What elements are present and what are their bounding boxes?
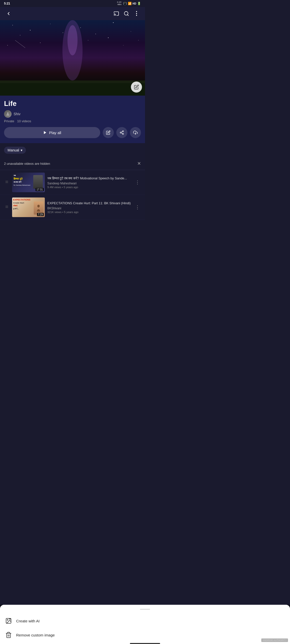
wifi-icon: 📶 xyxy=(128,2,132,5)
svg-point-24 xyxy=(7,112,9,114)
svg-rect-33 xyxy=(6,182,8,182)
sort-section: Manual ▾ xyxy=(0,143,145,157)
data-speed: 0.15↑ kB/s xyxy=(117,1,122,6)
svg-point-21 xyxy=(67,25,78,55)
hidden-notice-text: 2 unavailable videos are hidden xyxy=(4,162,50,166)
back-button[interactable] xyxy=(4,9,13,18)
svg-rect-34 xyxy=(6,183,8,183)
video-list: जब हिम्मत टूटे तब क्या करें? By Sandeep … xyxy=(0,170,145,220)
svg-point-16 xyxy=(123,45,123,45)
video-duration: 17:31 xyxy=(35,188,44,191)
video-more-button[interactable]: ⋮ xyxy=(134,204,141,211)
hidden-notice-close[interactable]: ✕ xyxy=(137,161,141,166)
svg-point-8 xyxy=(113,22,114,23)
svg-point-5 xyxy=(30,30,30,30)
more-icon: ⋮ xyxy=(134,10,139,17)
hero-image xyxy=(0,20,145,96)
playlist-title: Life xyxy=(4,100,141,108)
svg-line-29 xyxy=(121,133,122,134)
nav-right-icons: ⋮ xyxy=(112,9,141,18)
svg-rect-37 xyxy=(6,208,8,208)
video-item[interactable]: EXPECTATIONS Create Hurt अपेक्षाएं दुःख … xyxy=(0,195,145,220)
video-info: जब हिम्मत टूटे तब क्या करें? Motivationa… xyxy=(47,176,131,189)
svg-point-9 xyxy=(131,31,131,32)
svg-point-10 xyxy=(20,35,20,35)
svg-point-4 xyxy=(12,25,13,25)
thumb-text: जब हिम्मत टूटे तब क्या करें? By Sandeep … xyxy=(14,174,30,187)
video-thumbnail: जब हिम्मत टूटे तब क्या करें? By Sandeep … xyxy=(12,173,45,192)
status-time: 5:21 xyxy=(4,2,10,5)
svg-point-11 xyxy=(95,34,96,34)
video-more-button[interactable]: ⋮ xyxy=(134,179,141,186)
svg-point-14 xyxy=(40,43,41,43)
status-bar: 5:21 0.15↑ kB/s 📳 📶 HD 🔋 xyxy=(0,0,145,7)
svg-rect-32 xyxy=(6,181,8,181)
thumb-text: EXPECTATIONS Create Hurt अपेक्षाएं दुःख … xyxy=(13,198,30,210)
svg-rect-35 xyxy=(6,206,8,206)
hidden-notice: 2 unavailable videos are hidden ✕ xyxy=(0,157,145,170)
signal-icon: HD xyxy=(133,2,136,5)
battery-icon: 🔋 xyxy=(137,2,141,5)
edit-thumbnail-button[interactable] xyxy=(131,82,142,93)
share-playlist-button[interactable] xyxy=(116,127,127,138)
video-item[interactable]: जब हिम्मत टूटे तब क्या करें? By Sandeep … xyxy=(0,170,145,195)
play-all-label: Play all xyxy=(49,131,61,135)
playlist-meta: Private 10 videos xyxy=(4,119,141,123)
video-title: जब हिम्मत टूटे तब क्या करें? Motivationa… xyxy=(47,176,131,181)
vibrate-icon: 📳 xyxy=(123,2,127,5)
stars-background xyxy=(0,20,145,96)
svg-line-2 xyxy=(127,15,128,16)
edit-playlist-button[interactable] xyxy=(103,127,114,138)
svg-point-18 xyxy=(88,40,88,41)
action-row: Play all xyxy=(4,127,141,138)
video-info: EXPECTATIONS Create Hurt: Part 11: BK Sh… xyxy=(47,201,131,214)
video-duration: 7:29 xyxy=(37,213,44,216)
svg-point-7 xyxy=(80,27,81,28)
search-button[interactable] xyxy=(122,9,131,18)
visibility-label: Private xyxy=(4,119,14,123)
cast-button[interactable] xyxy=(112,9,121,18)
video-channel: Sandeep Maheshwari xyxy=(47,182,131,185)
download-playlist-button[interactable] xyxy=(130,127,141,138)
video-count-label: 10 videos xyxy=(17,119,31,123)
video-stats: 321K views • 5 years ago xyxy=(47,211,131,214)
playlist-info: Life Shiv Private 10 videos Play all xyxy=(0,96,145,143)
svg-rect-36 xyxy=(6,207,8,207)
svg-point-17 xyxy=(63,32,63,33)
status-icons: 0.15↑ kB/s 📳 📶 HD 🔋 xyxy=(117,1,141,6)
drag-handle xyxy=(4,180,10,185)
play-all-button[interactable]: Play all xyxy=(4,127,100,138)
svg-rect-23 xyxy=(0,83,145,96)
svg-marker-25 xyxy=(44,131,46,134)
video-title: EXPECTATIONS Create Hurt: Part 11: BK Sh… xyxy=(47,201,131,206)
sort-label: Manual xyxy=(8,148,19,152)
top-nav: ⋮ xyxy=(0,7,145,20)
channel-row: Shiv xyxy=(4,110,141,118)
svg-point-12 xyxy=(138,40,139,41)
svg-point-38 xyxy=(37,205,40,208)
video-thumbnail: EXPECTATIONS Create Hurt अपेक्षाएं दुःख … xyxy=(12,197,45,217)
drag-handle xyxy=(4,205,10,210)
sort-chevron: ▾ xyxy=(21,148,22,152)
video-channel: BKShivani xyxy=(47,207,131,210)
video-stats: 9.4M views • 5 years ago xyxy=(47,186,131,189)
svg-line-30 xyxy=(121,132,122,132)
more-button[interactable]: ⋮ xyxy=(132,9,141,18)
channel-name: Shiv xyxy=(14,112,20,116)
channel-avatar xyxy=(4,110,12,118)
sort-dropdown[interactable]: Manual ▾ xyxy=(4,147,26,154)
svg-point-13 xyxy=(7,45,8,46)
svg-point-6 xyxy=(50,24,51,24)
svg-point-15 xyxy=(108,37,108,38)
